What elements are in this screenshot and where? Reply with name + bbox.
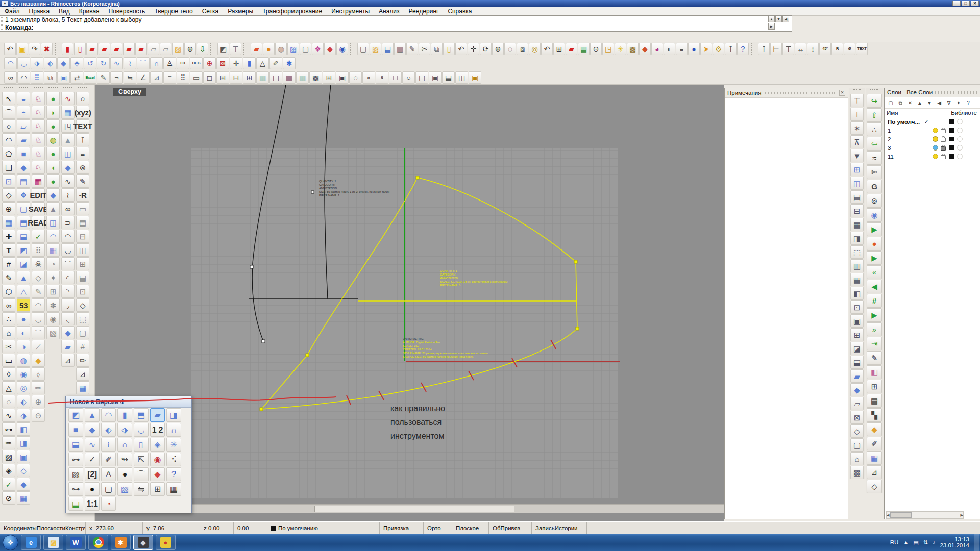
minimize-button[interactable]: — [952, 1, 961, 6]
rotate-view-icon[interactable]: ⟳ [480, 43, 492, 55]
surface-icon[interactable]: ⬘ [70, 57, 83, 69]
read-button[interactable]: READ [32, 216, 45, 229]
layer-row[interactable]: 2 [885, 135, 980, 143]
scroll-right-icon[interactable]: ▶ [961, 513, 963, 517]
box-target-icon[interactable]: ⊠ [216, 57, 229, 69]
menu-item[interactable]: Сетка [198, 7, 224, 15]
lines-icon[interactable]: ≡ [76, 147, 89, 160]
corner-arc-icon[interactable]: ◞ [61, 298, 75, 312]
gold-icon[interactable]: ◆ [32, 354, 45, 367]
dashed-box-icon[interactable]: ⬚ [76, 312, 89, 325]
press-icon[interactable]: ⊤ [850, 94, 864, 107]
toggle-planar[interactable]: Плоское [452, 522, 489, 534]
palette-icon[interactable]: ⊶ [68, 482, 83, 496]
palette-icon[interactable]: ◈ [150, 438, 165, 452]
ring-icon[interactable]: ◉ [17, 367, 30, 381]
srf2-icon[interactable]: ▰ [61, 340, 75, 353]
corner-arc-icon[interactable]: ◝ [61, 285, 75, 298]
footprints-icon[interactable]: ∴ [867, 122, 882, 136]
sketch-icon[interactable]: ✏ [2, 436, 15, 449]
wedge-icon[interactable]: ⬖ [17, 395, 30, 408]
cols-icon[interactable]: ▥ [283, 71, 296, 84]
car-icon[interactable]: ▰ [123, 43, 135, 55]
lens-icon[interactable]: ◉ [867, 208, 882, 222]
pin-icon[interactable]: ⊺ [76, 133, 89, 146]
record-icon[interactable]: ● [867, 237, 882, 251]
palette-icon[interactable]: ▨ [68, 467, 83, 481]
pipe-icon[interactable]: ◠ [101, 408, 116, 422]
palette-icon[interactable]: ∿ [85, 438, 100, 452]
panel2-icon[interactable]: ◫ [76, 243, 89, 257]
new-in-v4-palette[interactable]: Новое в Версии 4 ◩▲◠▮⬒▰◨ ■◆⬖⬗◡1 2∩ ⬓∿≀∩▯… [65, 396, 192, 513]
srf-icon[interactable]: ▰ [850, 369, 864, 383]
palette-icon[interactable]: ⬗ [117, 423, 132, 437]
layer-material-circle[interactable] [957, 154, 963, 159]
grid-icon[interactable]: ⊞ [850, 163, 864, 176]
join-icon[interactable]: ⊶ [2, 422, 15, 436]
panel-icon[interactable]: ◫ [46, 216, 60, 229]
hash-icon[interactable]: # [76, 340, 89, 353]
move-icon[interactable]: ✛ [230, 57, 242, 69]
corner-arc-icon[interactable]: ◜ [61, 271, 75, 284]
numbered-tool[interactable]: 53 [17, 298, 30, 312]
checker-icon[interactable]: ▚ [867, 408, 882, 422]
bend-icon[interactable]: ◠ [46, 230, 60, 243]
rows-icon[interactable]: ▤ [76, 271, 89, 284]
palette-icon[interactable]: ■ [68, 423, 83, 437]
last-tool-icon[interactable]: ♘ [32, 133, 45, 146]
split-icon[interactable]: ◨ [17, 436, 30, 449]
palette-icon[interactable]: ∩ [166, 423, 181, 437]
page-icon[interactable]: ▢ [415, 71, 428, 84]
annotate-icon[interactable]: ✎ [97, 71, 110, 84]
tri-icon[interactable]: ⊿ [76, 367, 89, 381]
flower-icon[interactable]: ✽ [46, 298, 60, 312]
layer-row[interactable]: По умолч... ✓ [885, 117, 980, 126]
dim-aligned-icon[interactable]: ⊢ [770, 43, 782, 55]
quadrant-icon[interactable]: ◔ [101, 497, 116, 511]
arc2-icon[interactable]: ⌒ [61, 257, 75, 270]
surface-twist-icon[interactable]: ⬖ [44, 57, 57, 69]
dim-radius-icon[interactable]: R [831, 43, 843, 55]
last-tool-icon[interactable]: ♘ [32, 147, 45, 160]
layer-color-swatch[interactable] [949, 128, 954, 133]
toolbar-icon[interactable] [350, 43, 355, 55]
control-point[interactable] [250, 265, 253, 268]
pencil-icon[interactable]: ✏ [76, 354, 89, 367]
disable-icon[interactable]: ⊘ [2, 491, 15, 505]
circle-icon[interactable]: ○ [2, 119, 15, 133]
palette-icon[interactable]: 1 2 [150, 423, 165, 437]
tri-icon[interactable]: ▲ [61, 133, 75, 146]
dashed-icon[interactable]: ⬚ [850, 245, 864, 259]
tri-icon[interactable]: △ [2, 381, 15, 394]
draft-icon[interactable]: ✐ [270, 57, 282, 69]
zoom-extents-icon[interactable]: ⧈ [517, 43, 528, 55]
triangle-icon[interactable]: △ [256, 57, 269, 69]
solid-box-icon[interactable]: ◩ [68, 408, 83, 422]
freeform-icon[interactable]: ∿ [2, 409, 15, 422]
palette-icon[interactable]: ♙ [101, 467, 116, 481]
bent-box-icon[interactable]: ◨ [166, 408, 181, 422]
layer-color-swatch[interactable] [949, 137, 954, 141]
tray-expand-icon[interactable]: ▲ [903, 539, 909, 545]
ellipse-icon[interactable]: ◌ [2, 395, 15, 408]
layer-lock-icon[interactable] [941, 155, 946, 159]
mesh-icon[interactable]: ▦ [46, 243, 60, 257]
angle-icon[interactable]: ∠ [137, 71, 150, 84]
layer-down-icon[interactable]: ▼ [925, 99, 934, 107]
flow-icon[interactable]: ↻ [97, 57, 110, 69]
last-tool-icon[interactable]: ♘ [32, 106, 45, 119]
red-wrap-icon[interactable]: ◆ [324, 43, 336, 55]
quarter-icon[interactable]: ◔ [46, 257, 60, 270]
hatch3-icon[interactable]: ▧ [46, 326, 60, 339]
polygon-icon[interactable]: ⬠ [2, 147, 15, 160]
waves-icon[interactable]: ≈ [867, 151, 882, 165]
drag-handle[interactable] [1, 17, 4, 22]
shade-icon[interactable]: ◐ [664, 43, 675, 55]
dim-vertical-icon[interactable]: ⊤ [782, 43, 794, 55]
half-sphere-icon[interactable]: ◐ [17, 326, 30, 339]
layer-material-circle[interactable] [957, 136, 963, 142]
sole-icon[interactable]: ● [46, 174, 60, 188]
down-icon[interactable]: ▼ [850, 149, 864, 162]
ok-icon[interactable]: ✓ [32, 230, 45, 243]
layer-name[interactable]: 3 [888, 145, 924, 151]
